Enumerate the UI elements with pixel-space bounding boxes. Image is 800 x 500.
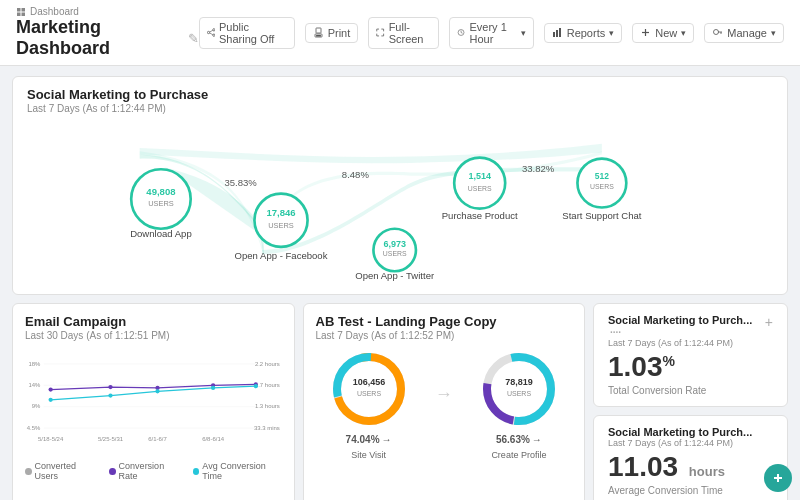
flow-arrow: → [435, 384, 453, 405]
create-profile-label: Create Profile [491, 450, 546, 460]
svg-text:33.3 mins: 33.3 mins [254, 425, 280, 431]
site-visit-label: Site Visit [351, 450, 386, 460]
sharing-button[interactable]: Public Sharing Off [199, 17, 295, 49]
share-icon [207, 27, 215, 38]
ab-title: AB Test - Landing Page Copy [316, 314, 573, 329]
svg-text:17,846: 17,846 [266, 207, 295, 218]
chart-legend: Converted Users Conversion Rate Avg Conv… [25, 461, 282, 481]
svg-text:106,456: 106,456 [352, 377, 385, 387]
metric-2-value: 11.03 hours [608, 452, 773, 483]
svg-text:18%: 18% [28, 361, 41, 367]
ab-subtitle: Last 7 Days (As of 1:12:52 PM) [316, 330, 573, 341]
manage-button[interactable]: Manage ▾ [704, 23, 784, 43]
new-button[interactable]: New ▾ [632, 23, 694, 43]
svg-text:49,808: 49,808 [146, 186, 176, 197]
metrics-col: Social Marketing to Purch... ···· Last 7… [593, 303, 788, 500]
metric-2-desc: Average Conversion Time [608, 485, 773, 496]
svg-point-37 [454, 158, 505, 209]
svg-text:Open App - Facebook: Open App - Facebook [235, 250, 328, 261]
svg-text:1,514: 1,514 [468, 171, 491, 181]
svg-text:8.48%: 8.48% [342, 169, 370, 180]
svg-text:4.5%: 4.5% [27, 425, 41, 431]
site-visit-donut: 106,456 USERS [329, 349, 409, 429]
svg-line-14 [461, 33, 462, 34]
avg-time-dot [193, 468, 200, 475]
metric-1-info: Social Marketing to Purch... ···· Last 7… [608, 314, 765, 348]
legend-converted: Converted Users [25, 461, 97, 481]
key-icon [712, 27, 723, 38]
svg-text:35.83%: 35.83% [224, 177, 257, 188]
svg-text:78,819: 78,819 [505, 377, 533, 387]
reports-icon [552, 27, 563, 38]
email-subtitle: Last 30 Days (As of 1:12:51 PM) [25, 330, 282, 341]
svg-text:Start Support Chat: Start Support Chat [562, 210, 641, 221]
svg-rect-2 [17, 12, 21, 16]
svg-point-4 [212, 29, 214, 31]
ab-donut-row: 106,456 USERS 74.04% → Site Visit → [316, 349, 573, 460]
fullscreen-icon [376, 27, 384, 38]
svg-text:USERS: USERS [148, 199, 174, 208]
svg-text:USERS: USERS [507, 390, 531, 397]
svg-text:USERS: USERS [357, 390, 381, 397]
svg-text:512: 512 [595, 171, 609, 181]
conv-rate-dot [109, 468, 115, 475]
metric-1-value: 1.03% [608, 352, 773, 383]
svg-text:6/8-6/14: 6/8-6/14 [202, 436, 225, 442]
svg-text:1.7 hours: 1.7 hours [255, 382, 280, 388]
refresh-button[interactable]: Every 1 Hour ▾ [449, 17, 533, 49]
reports-button[interactable]: Reports ▾ [544, 23, 623, 43]
page-title: Marketing Dashboard [16, 17, 182, 59]
svg-rect-16 [556, 30, 558, 37]
funnel-svg: 49,808 USERS Download App 35.83% 17,846 … [27, 114, 773, 284]
funnel-title: Social Marketing to Purchase [27, 87, 773, 102]
svg-text:6/1-6/7: 6/1-6/7 [148, 436, 167, 442]
svg-point-58 [49, 387, 53, 391]
fullscreen-button[interactable]: Full-Screen [368, 17, 439, 49]
metric-card-2: Social Marketing to Purch... Last 7 Days… [593, 415, 788, 500]
email-card: Email Campaign Last 30 Days (As of 1:12:… [12, 303, 295, 500]
svg-text:14%: 14% [28, 382, 41, 388]
svg-point-65 [155, 389, 159, 393]
svg-text:5/25-5/31: 5/25-5/31 [98, 436, 124, 442]
svg-rect-15 [553, 32, 555, 37]
svg-rect-10 [316, 28, 321, 33]
svg-line-8 [209, 33, 212, 35]
metric-2-title: Social Marketing to Purch... [608, 426, 752, 438]
email-title: Email Campaign [25, 314, 282, 329]
svg-text:5/18-5/24: 5/18-5/24 [38, 436, 64, 442]
site-visit-pct: 74.04% → [346, 434, 392, 445]
svg-text:9%: 9% [32, 403, 41, 409]
svg-text:2.2 hours: 2.2 hours [255, 361, 280, 367]
metric-1-subtitle: Last 7 Days (As of 1:12:44 PM) [608, 338, 765, 348]
svg-rect-0 [17, 8, 21, 12]
create-profile-donut: 78,819 USERS [479, 349, 559, 429]
svg-rect-3 [22, 12, 26, 16]
print-button[interactable]: Print [305, 23, 359, 43]
metric-2-info: Social Marketing to Purch... Last 7 Days… [608, 426, 752, 448]
header: Dashboard Marketing Dashboard ✎ Public S… [0, 0, 800, 66]
svg-rect-11 [316, 35, 321, 37]
svg-text:USERS: USERS [590, 183, 614, 190]
svg-point-64 [108, 393, 112, 397]
edit-icon[interactable]: ✎ [188, 31, 199, 46]
svg-point-59 [108, 385, 112, 389]
svg-point-20 [714, 30, 719, 35]
email-chart-area: 18% 14% 9% 4.5% 2.2 hours 1.7 hours 1.3 … [25, 347, 282, 457]
funnel-subtitle: Last 7 Days (As of 1:12:44 PM) [27, 103, 773, 114]
metric-1-more-icon[interactable]: + [765, 314, 773, 330]
fab-button[interactable] [764, 464, 792, 492]
svg-text:33.82%: 33.82% [522, 163, 555, 174]
svg-text:Purchase Product: Purchase Product [442, 210, 518, 221]
metric-1-title: Social Marketing to Purch... ···· [608, 314, 765, 338]
main-content: Social Marketing to Purchase Last 7 Days… [0, 66, 800, 500]
svg-text:USERS: USERS [383, 250, 407, 257]
metric-card-1-header: Social Marketing to Purch... ···· Last 7… [608, 314, 773, 348]
svg-point-66 [211, 386, 215, 390]
breadcrumb: Dashboard [16, 6, 199, 17]
funnel-area: 49,808 USERS Download App 35.83% 17,846 … [27, 114, 773, 284]
dashboard-icon [16, 7, 26, 17]
metric-card-1: Social Marketing to Purch... ···· Last 7… [593, 303, 788, 407]
fab-icon [771, 471, 785, 485]
svg-line-7 [209, 30, 212, 32]
svg-text:6,973: 6,973 [383, 239, 406, 249]
